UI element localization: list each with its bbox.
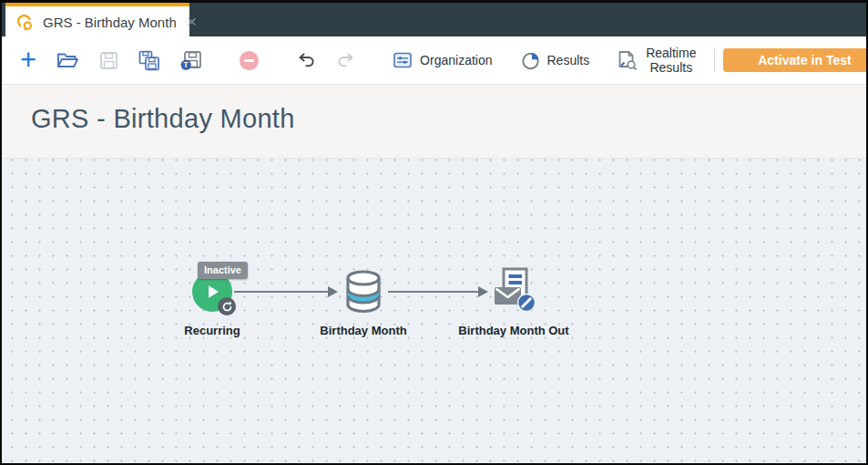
node-label: Birthday Month Out: [441, 324, 587, 337]
organization-button[interactable]: Organization: [391, 48, 494, 72]
undo-arrow-icon: [296, 52, 316, 69]
save-button[interactable]: [97, 49, 120, 72]
title-band: GRS - Birthday Month: [2, 85, 866, 159]
status-badge: Inactive: [198, 262, 248, 279]
redo-button[interactable]: [334, 50, 358, 71]
activate-in-test-button[interactable]: Activate in Test: [723, 48, 868, 72]
redo-arrow-icon: [336, 52, 356, 69]
open-button[interactable]: [55, 49, 81, 72]
realtime-results-doc-search-icon: [618, 50, 638, 70]
toolbar-separator: [714, 48, 715, 72]
realtime-results-button[interactable]: Realtime Results: [616, 44, 698, 77]
save-with-T-badge-icon: T: [180, 50, 202, 71]
realtime-results-label: Realtime Results: [646, 46, 696, 75]
connector-line: [234, 291, 329, 293]
results-button[interactable]: Results: [519, 49, 592, 72]
results-pie-icon: [521, 51, 540, 70]
recurring-refresh-icon: [218, 297, 236, 315]
journey-cloud-icon: [15, 13, 35, 32]
results-label: Results: [547, 53, 590, 67]
green-play-icon: [203, 283, 221, 301]
organization-label: Organization: [420, 53, 492, 67]
plus-icon: +: [20, 50, 36, 70]
tab-bar: GRS - Birthday Month ✕: [2, 2, 866, 36]
new-button[interactable]: +: [18, 48, 38, 72]
save-floppy-icon: [99, 51, 118, 70]
node-label: Birthday Month: [300, 324, 427, 337]
save-copy-icon: [138, 50, 160, 71]
email-document-icon: [492, 267, 536, 313]
organization-sliders-icon: [393, 50, 413, 70]
connector-line: [388, 291, 479, 293]
remove-minus-circle-icon: [239, 50, 260, 71]
connector-arrowhead-icon: [478, 286, 488, 297]
node-label: Recurring: [167, 324, 258, 337]
connector-arrowhead-icon: [328, 286, 338, 297]
open-folder-icon: [56, 51, 79, 70]
save-test-button[interactable]: T: [179, 48, 204, 73]
undo-button[interactable]: [294, 50, 318, 71]
workflow-canvas[interactable]: Inactive Recurring: [2, 159, 866, 463]
close-icon[interactable]: ✕: [185, 15, 199, 29]
tab-grs-birthday-month[interactable]: GRS - Birthday Month ✕: [5, 3, 189, 37]
node-data-source[interactable]: [342, 269, 384, 315]
delete-button[interactable]: [237, 48, 261, 73]
node-email-output[interactable]: [492, 267, 536, 313]
svg-text:T: T: [184, 60, 189, 69]
toolbar: +: [2, 36, 866, 85]
save-copy-button[interactable]: [137, 48, 162, 73]
database-cylinder-icon: [342, 269, 384, 315]
toolbar-right-group: Activate in Test: [706, 48, 868, 72]
page-title: GRS - Birthday Month: [31, 104, 866, 134]
tab-title: GRS - Birthday Month: [43, 15, 177, 30]
app-window: GRS - Birthday Month ✕ +: [0, 0, 868, 465]
